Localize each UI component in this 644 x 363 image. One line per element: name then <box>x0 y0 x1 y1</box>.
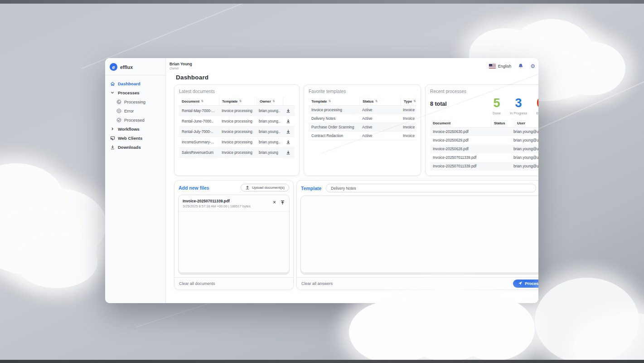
panel-footer: Clear all answers Process <box>297 277 538 289</box>
sort-icon: ⇅ <box>375 99 378 103</box>
monitor-icon <box>110 135 115 141</box>
bell-icon[interactable] <box>518 63 523 69</box>
table-row: Rental-July-7000-.. Invoice processing b… <box>179 127 295 137</box>
sort-icon: ⇅ <box>239 99 242 103</box>
add-new-files-panel: Add new files Upload document(s) Invoice… <box>174 180 294 290</box>
sidebar-item-label: Workflows <box>118 127 140 132</box>
table-row[interactable]: Contract Redaction Active Invoice <box>309 132 416 140</box>
status-stats: 5 Done 3 In Progress 0 Error <box>493 97 538 115</box>
sidebar-item-label: Dashboard <box>118 81 140 86</box>
sort-header-status[interactable]: Status ⇅ <box>359 97 401 105</box>
table-header: Document ⇅ Template ⇅ Owner ⇅ <box>179 97 295 106</box>
panel-footer: Clear all documents <box>174 277 293 289</box>
table-row: Rental-May-7000-... Invoice processing b… <box>179 106 295 116</box>
sidebar-item-web-clients[interactable]: Web Clients <box>105 133 165 142</box>
download-icon[interactable] <box>286 119 291 123</box>
brand[interactable]: e efflux <box>105 58 165 75</box>
us-flag-icon <box>489 64 496 69</box>
upload-icon <box>245 185 250 191</box>
clear-all-documents-button[interactable]: Clear all documents <box>179 281 215 286</box>
sidebar-nav: Dashboard Processes Processing <box>105 75 165 152</box>
stat-in-progress: 3 In Progress <box>510 97 527 115</box>
rocket-icon <box>518 281 523 286</box>
table-row: Invoice-20250630.pdf brian.young@ub.. <box>430 128 538 136</box>
download-icon[interactable] <box>286 108 291 113</box>
topbar: Brian Young Owner English ⚙ <box>166 58 538 70</box>
clear-all-answers-button[interactable]: Clear all answers <box>301 281 333 286</box>
check-circle-icon <box>116 117 121 123</box>
sort-icon: ⇅ <box>201 99 203 103</box>
sidebar-item-workflows[interactable]: Workflows <box>105 124 165 133</box>
sort-icon: ⇅ <box>272 99 275 103</box>
download-icon[interactable] <box>286 129 291 134</box>
download-icon[interactable] <box>286 140 291 144</box>
latest-documents-table: Document ⇅ Template ⇅ Owner ⇅ <box>179 97 295 158</box>
file-info: Invoice-202507011339.pdf 3/25/2025 8:57:… <box>183 199 251 208</box>
sidebar-item-error[interactable]: Error <box>105 106 165 115</box>
sidebar-item-processes[interactable]: Processes <box>105 88 165 97</box>
sidebar: e efflux Dashboard Processes <box>105 58 166 303</box>
process-button[interactable]: Process <box>513 280 538 288</box>
error-circle-icon <box>116 108 121 113</box>
sidebar-item-processing[interactable]: Processing <box>105 97 165 106</box>
panel-header: Template ★ <box>297 181 538 195</box>
sidebar-item-label: Processing <box>124 99 145 104</box>
user-block[interactable]: Brian Young Owner <box>169 62 192 70</box>
table-row[interactable]: Delivery Notes Active Invoice <box>309 114 416 123</box>
stat-error: 0 Error <box>536 97 538 115</box>
panel-title: Latest documents <box>179 89 295 94</box>
remove-file-icon[interactable]: × <box>273 200 276 205</box>
table-header: Document Status User <box>430 119 538 128</box>
download-icon[interactable] <box>286 150 291 155</box>
template-input[interactable] <box>326 184 536 192</box>
chevron-right-icon <box>110 126 115 132</box>
home-icon <box>110 81 115 86</box>
recent-processes-panel: Recent processes 8 total 5 Done 3 In Pro… <box>425 84 538 176</box>
efflux-logo-icon: e <box>110 63 117 71</box>
sort-header-template[interactable]: Template ⇅ <box>219 97 257 105</box>
download-icon <box>110 144 115 150</box>
desktop-background: e efflux Dashboard Processes <box>0 0 644 363</box>
table-row: Rental-June-7000.. Invoice processing br… <box>179 116 295 127</box>
actions-header <box>283 97 295 105</box>
table-row: Invoice-202507011339.pdf brian.young@ub.… <box>430 162 538 171</box>
upload-documents-button[interactable]: Upload document(s) <box>241 184 289 191</box>
app-window: e efflux Dashboard Processes <box>105 58 538 303</box>
recent-processes-table: Document Status User Invoice-20250630.pd… <box>430 119 538 171</box>
sidebar-item-downloads[interactable]: Downloads <box>105 142 165 152</box>
upload-file-icon[interactable] <box>280 200 285 205</box>
gear-icon[interactable]: ⚙ <box>530 64 535 69</box>
language-label: English <box>498 64 512 69</box>
uploaded-file-item: Invoice-202507011339.pdf 3/25/2025 8:57:… <box>179 195 289 212</box>
sort-header-template[interactable]: Template ⇅ <box>309 97 359 105</box>
file-drop-area[interactable]: Invoice-202507011339.pdf 3/25/2025 8:57:… <box>178 195 290 275</box>
panel-header: Add new files Upload document(s) <box>174 181 293 194</box>
file-name: Invoice-202507011339.pdf <box>183 199 251 203</box>
sort-header-owner[interactable]: Owner ⇅ <box>257 97 283 105</box>
processing-icon <box>116 99 121 104</box>
panel-title: Favorite templates <box>309 89 416 94</box>
latest-documents-panel: Latest documents Document ⇅ Template ⇅ <box>174 84 300 176</box>
table-row: Invoice-20250629.pdf brian.young@ub.. <box>430 136 538 145</box>
sidebar-item-label: Web Clients <box>118 136 142 141</box>
frame-band-top <box>0 0 644 4</box>
bottom-cards-row: Add new files Upload document(s) Invoice… <box>174 180 538 290</box>
sidebar-item-dashboard[interactable]: Dashboard <box>105 79 165 88</box>
answers-area <box>300 196 538 275</box>
brand-name: efflux <box>120 64 133 70</box>
top-cards-row: Latest documents Document ⇅ Template ⇅ <box>174 84 538 176</box>
language-selector[interactable]: English <box>489 64 512 69</box>
sort-header-document[interactable]: Document ⇅ <box>179 97 219 105</box>
sidebar-item-processed[interactable]: Processed <box>105 115 165 124</box>
chevron-down-icon <box>110 90 115 95</box>
sidebar-item-label: Error <box>124 108 134 113</box>
table-row: Invoice-202507011339.pdf brian.young@ub.… <box>430 153 538 162</box>
topbar-actions: English ⚙ <box>489 62 538 69</box>
sort-header-type[interactable]: Type ⇅ <box>401 97 416 105</box>
stat-done: 5 Done <box>493 97 501 115</box>
file-actions: × <box>273 199 285 205</box>
panel-title: Add new files <box>179 185 209 191</box>
table-row[interactable]: Invoice processing Active Invoice <box>309 106 416 114</box>
total-count: 8 total <box>430 101 447 107</box>
sidebar-item-label: Processed <box>124 118 145 123</box>
